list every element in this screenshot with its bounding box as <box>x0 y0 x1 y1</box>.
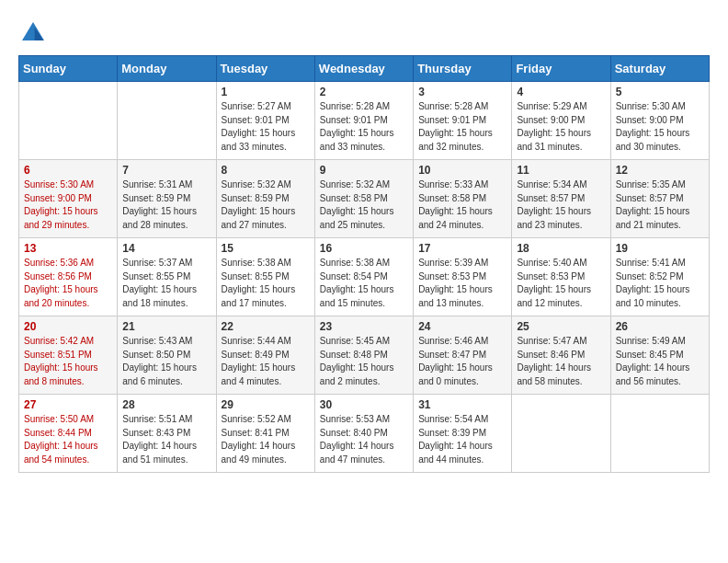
page-header <box>18 18 710 48</box>
sunset-text: Sunset: 8:48 PM <box>320 349 408 362</box>
sunset-text: Sunset: 8:51 PM <box>24 349 112 362</box>
sunset-text: Sunset: 8:46 PM <box>517 349 605 362</box>
sunrise-text: Sunrise: 5:38 AM <box>320 257 408 270</box>
sunset-text: Sunset: 9:01 PM <box>320 114 408 128</box>
weekday-header-wednesday: Wednesday <box>314 56 413 82</box>
sunrise-text: Sunrise: 5:28 AM <box>320 100 408 114</box>
calendar-day-empty <box>19 82 118 160</box>
calendar-week-2: 6Sunrise: 5:30 AMSunset: 9:00 PMDaylight… <box>19 160 710 238</box>
daylight-text: Daylight: 15 hours and 6 minutes. <box>122 362 210 388</box>
calendar-week-3: 13Sunrise: 5:36 AMSunset: 8:56 PMDayligh… <box>19 238 710 316</box>
sunset-text: Sunset: 8:59 PM <box>122 192 210 206</box>
sunrise-text: Sunrise: 5:49 AM <box>616 335 704 349</box>
calendar-day-29: 29Sunrise: 5:52 AMSunset: 8:41 PMDayligh… <box>216 395 314 473</box>
sunrise-text: Sunrise: 5:50 AM <box>24 413 112 427</box>
sunset-text: Sunset: 8:55 PM <box>122 270 210 284</box>
day-info: Sunrise: 5:41 AMSunset: 8:52 PMDaylight:… <box>616 257 704 310</box>
day-info: Sunrise: 5:36 AMSunset: 8:56 PMDaylight:… <box>24 257 112 310</box>
sunset-text: Sunset: 8:53 PM <box>517 270 605 284</box>
sunset-text: Sunset: 8:58 PM <box>320 192 408 206</box>
daylight-text: Daylight: 15 hours and 10 minutes. <box>616 283 704 310</box>
sunrise-text: Sunrise: 5:45 AM <box>320 335 408 349</box>
day-info: Sunrise: 5:29 AMSunset: 9:00 PMDaylight:… <box>517 100 605 154</box>
weekday-header-thursday: Thursday <box>414 56 512 82</box>
day-info: Sunrise: 5:49 AMSunset: 8:45 PMDaylight:… <box>616 335 704 388</box>
sunrise-text: Sunrise: 5:42 AM <box>24 335 112 349</box>
sunset-text: Sunset: 8:58 PM <box>418 192 506 206</box>
calendar-day-10: 10Sunrise: 5:33 AMSunset: 8:58 PMDayligh… <box>414 160 512 238</box>
sunset-text: Sunset: 8:43 PM <box>122 427 210 441</box>
calendar-day-17: 17Sunrise: 5:39 AMSunset: 8:53 PMDayligh… <box>414 238 512 316</box>
calendar-day-31: 31Sunrise: 5:54 AMSunset: 8:39 PMDayligh… <box>414 395 512 473</box>
calendar-day-empty <box>610 395 709 473</box>
day-number: 16 <box>320 242 408 255</box>
daylight-text: Daylight: 15 hours and 17 minutes. <box>222 283 310 310</box>
daylight-text: Daylight: 15 hours and 31 minutes. <box>517 127 605 154</box>
day-info: Sunrise: 5:44 AMSunset: 8:49 PMDaylight:… <box>222 335 310 388</box>
calendar-day-5: 5Sunrise: 5:30 AMSunset: 9:00 PMDaylight… <box>610 82 709 160</box>
day-number: 19 <box>616 242 704 255</box>
sunset-text: Sunset: 8:57 PM <box>616 192 704 206</box>
day-info: Sunrise: 5:37 AMSunset: 8:55 PMDaylight:… <box>122 257 210 310</box>
sunrise-text: Sunrise: 5:35 AM <box>616 178 704 192</box>
sunrise-text: Sunrise: 5:46 AM <box>418 335 506 349</box>
sunset-text: Sunset: 9:00 PM <box>24 192 112 206</box>
day-number: 23 <box>320 320 408 333</box>
daylight-text: Daylight: 15 hours and 2 minutes. <box>320 362 408 388</box>
sunset-text: Sunset: 9:00 PM <box>616 114 704 128</box>
daylight-text: Daylight: 15 hours and 23 minutes. <box>517 205 605 232</box>
day-number: 31 <box>418 398 506 411</box>
day-info: Sunrise: 5:45 AMSunset: 8:48 PMDaylight:… <box>320 335 408 388</box>
daylight-text: Daylight: 14 hours and 44 minutes. <box>418 440 506 466</box>
calendar-day-empty <box>118 82 216 160</box>
day-number: 27 <box>24 398 112 411</box>
sunset-text: Sunset: 8:41 PM <box>222 427 310 441</box>
day-number: 25 <box>517 320 605 333</box>
sunrise-text: Sunrise: 5:41 AM <box>616 257 704 270</box>
sunset-text: Sunset: 8:50 PM <box>122 349 210 362</box>
daylight-text: Daylight: 15 hours and 20 minutes. <box>24 283 112 310</box>
calendar-day-1: 1Sunrise: 5:27 AMSunset: 9:01 PMDaylight… <box>216 82 314 160</box>
day-number: 6 <box>24 164 112 177</box>
calendar-day-3: 3Sunrise: 5:28 AMSunset: 9:01 PMDaylight… <box>414 82 512 160</box>
sunset-text: Sunset: 8:44 PM <box>24 427 112 441</box>
day-number: 9 <box>320 164 408 177</box>
weekday-header-row: SundayMondayTuesdayWednesdayThursdayFrid… <box>19 56 710 82</box>
daylight-text: Daylight: 14 hours and 56 minutes. <box>616 362 704 388</box>
calendar-day-20: 20Sunrise: 5:42 AMSunset: 8:51 PMDayligh… <box>19 316 118 395</box>
daylight-text: Daylight: 15 hours and 4 minutes. <box>222 362 310 388</box>
sunset-text: Sunset: 8:47 PM <box>418 349 506 362</box>
weekday-header-monday: Monday <box>118 56 216 82</box>
day-number: 4 <box>517 86 605 98</box>
daylight-text: Daylight: 15 hours and 8 minutes. <box>24 362 112 388</box>
logo <box>18 18 51 48</box>
day-info: Sunrise: 5:40 AMSunset: 8:53 PMDaylight:… <box>517 257 605 310</box>
day-info: Sunrise: 5:51 AMSunset: 8:43 PMDaylight:… <box>122 413 210 466</box>
sunrise-text: Sunrise: 5:30 AM <box>24 178 112 192</box>
day-number: 14 <box>122 242 210 255</box>
calendar-day-empty <box>512 395 610 473</box>
day-info: Sunrise: 5:31 AMSunset: 8:59 PMDaylight:… <box>122 178 210 232</box>
daylight-text: Daylight: 15 hours and 27 minutes. <box>222 205 310 232</box>
day-info: Sunrise: 5:53 AMSunset: 8:40 PMDaylight:… <box>320 413 408 466</box>
calendar-day-7: 7Sunrise: 5:31 AMSunset: 8:59 PMDaylight… <box>118 160 216 238</box>
day-info: Sunrise: 5:30 AMSunset: 9:00 PMDaylight:… <box>616 100 704 154</box>
day-number: 13 <box>24 242 112 255</box>
day-info: Sunrise: 5:38 AMSunset: 8:54 PMDaylight:… <box>320 257 408 310</box>
day-number: 8 <box>222 164 310 177</box>
calendar-day-18: 18Sunrise: 5:40 AMSunset: 8:53 PMDayligh… <box>512 238 610 316</box>
calendar-week-5: 27Sunrise: 5:50 AMSunset: 8:44 PMDayligh… <box>19 395 710 473</box>
sunrise-text: Sunrise: 5:39 AM <box>418 257 506 270</box>
sunrise-text: Sunrise: 5:36 AM <box>24 257 112 270</box>
sunset-text: Sunset: 8:59 PM <box>222 192 310 206</box>
sunrise-text: Sunrise: 5:44 AM <box>222 335 310 349</box>
day-info: Sunrise: 5:42 AMSunset: 8:51 PMDaylight:… <box>24 335 112 388</box>
day-info: Sunrise: 5:54 AMSunset: 8:39 PMDaylight:… <box>418 413 506 466</box>
day-number: 26 <box>616 320 704 333</box>
page-wrapper: SundayMondayTuesdayWednesdayThursdayFrid… <box>18 18 710 473</box>
daylight-text: Daylight: 15 hours and 0 minutes. <box>418 362 506 388</box>
calendar-day-26: 26Sunrise: 5:49 AMSunset: 8:45 PMDayligh… <box>610 316 709 395</box>
calendar-header: SundayMondayTuesdayWednesdayThursdayFrid… <box>19 56 710 82</box>
calendar-day-22: 22Sunrise: 5:44 AMSunset: 8:49 PMDayligh… <box>216 316 314 395</box>
calendar-day-16: 16Sunrise: 5:38 AMSunset: 8:54 PMDayligh… <box>314 238 413 316</box>
